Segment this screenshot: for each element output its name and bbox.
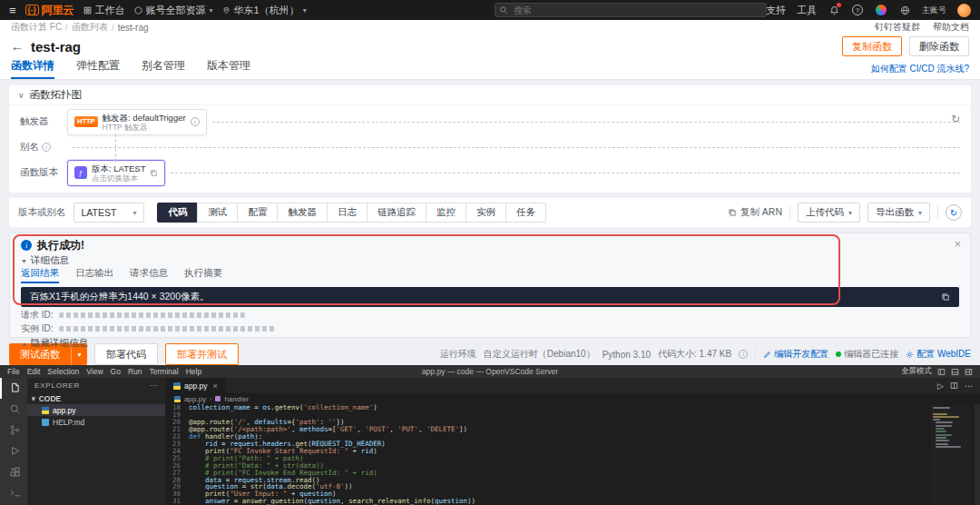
tab-版本管理[interactable]: 版本管理 xyxy=(207,58,250,79)
remote-icon[interactable] xyxy=(0,482,27,503)
scrollbar[interactable] xyxy=(975,404,980,505)
minimap[interactable] xyxy=(931,406,971,505)
menu-view[interactable]: View xyxy=(86,367,103,376)
copy-arn-button[interactable]: 复制 ARN xyxy=(728,206,782,219)
subtab-测试[interactable]: 测试 xyxy=(197,203,238,223)
tab-别名管理[interactable]: 别名管理 xyxy=(142,58,185,79)
breadcrumb-symbol[interactable]: handler xyxy=(224,395,249,403)
subtab-触发器[interactable]: 触发器 xyxy=(277,203,328,223)
caret-down-icon: ▾ xyxy=(210,6,213,15)
menu-edit[interactable]: Edit xyxy=(27,367,41,376)
tab-弹性配置[interactable]: 弹性配置 xyxy=(76,58,120,79)
menu-file[interactable]: File xyxy=(7,367,20,376)
code-area[interactable]: 18collection_name = os.getenv('collectio… xyxy=(165,404,980,505)
help-link[interactable]: 钉钉答疑群 xyxy=(875,21,920,34)
delete-function-button[interactable]: 删除函数 xyxy=(909,36,969,56)
refresh-status-icon[interactable]: ↻ xyxy=(946,204,962,221)
notification-bell-icon[interactable] xyxy=(828,4,840,16)
result-tab-执行摘要[interactable]: 执行摘要 xyxy=(184,267,222,283)
upload-code-button[interactable]: 上传代码▾ xyxy=(798,203,860,223)
python-version: Python 3.10 xyxy=(603,350,651,360)
collapse-caret-icon[interactable]: ∨ xyxy=(18,91,24,100)
search-input[interactable] xyxy=(495,3,767,17)
result-tab-请求信息[interactable]: 请求信息 xyxy=(130,267,168,283)
extensions-icon[interactable] xyxy=(0,461,27,482)
menu-terminal[interactable]: Terminal xyxy=(150,367,179,376)
tab-函数详情[interactable]: 函数详情 xyxy=(11,58,54,79)
split-editor-icon[interactable] xyxy=(950,381,958,390)
menu-go[interactable]: Go xyxy=(111,367,121,376)
result-tab-返回结果[interactable]: 返回结果 xyxy=(21,267,59,283)
edit-dev-config-link[interactable]: 编辑开发配置 xyxy=(763,348,828,361)
trigger-node[interactable]: HTTP 触发器: defaultTrigger HTTP 触发器 i xyxy=(67,109,207,135)
language-icon[interactable] xyxy=(898,4,911,16)
back-arrow-icon[interactable]: ← xyxy=(11,40,24,53)
hamburger-menu-icon[interactable]: ≡ xyxy=(9,4,16,17)
subtab-代码[interactable]: 代码 xyxy=(157,203,198,223)
breadcrumb-item[interactable]: 函数计算 FC xyxy=(11,21,62,34)
export-function-button[interactable]: 导出函数▾ xyxy=(867,203,930,223)
help-links: 钉钉答疑群帮助文档 xyxy=(875,21,969,34)
search-icon[interactable] xyxy=(0,399,27,420)
copy-icon[interactable] xyxy=(150,169,158,177)
help-link[interactable]: 帮助文档 xyxy=(933,21,969,34)
tab-app-py[interactable]: app.py × xyxy=(165,378,226,393)
python-file-icon xyxy=(42,407,49,414)
file-HELP.md[interactable]: HELP.md xyxy=(27,416,165,428)
python-file-icon xyxy=(174,396,181,402)
layout-icon[interactable] xyxy=(965,368,973,376)
more-actions-icon[interactable]: ⋯ xyxy=(965,381,973,391)
method-symbol-icon xyxy=(215,396,220,401)
subtab-监控[interactable]: 监控 xyxy=(426,203,466,223)
resource-scope-selector[interactable]: 账号全部资源▾ xyxy=(134,4,213,17)
aliyun-logo[interactable]: (-) 阿里云 xyxy=(25,3,74,18)
editor-titlebar: app.py — code — OpenVSCode Server FileEd… xyxy=(0,365,980,378)
menu-help[interactable]: Help xyxy=(186,367,201,376)
folder-code[interactable]: ∨ CODE xyxy=(27,392,165,404)
breadcrumb-item[interactable]: 函数列表 xyxy=(72,21,108,34)
subtab-配置[interactable]: 配置 xyxy=(237,203,278,223)
configure-webide-link[interactable]: 配置 WebIDE xyxy=(906,348,971,361)
close-tab-icon[interactable]: × xyxy=(213,381,218,391)
topbar-link[interactable]: 工具 xyxy=(797,4,817,17)
chevron-right-icon: › xyxy=(210,396,211,402)
subtab-链路追踪[interactable]: 链路追踪 xyxy=(367,203,426,223)
menu-run[interactable]: Run xyxy=(128,367,142,376)
help-icon[interactable]: ? xyxy=(851,4,864,16)
file-app.py[interactable]: app.py xyxy=(27,404,165,416)
toggle-bottom-panel-icon[interactable] xyxy=(951,368,959,376)
avatar[interactable] xyxy=(957,4,971,17)
topbar-link[interactable]: 支持 xyxy=(766,4,786,17)
subtab-实例[interactable]: 实例 xyxy=(466,203,506,223)
version-select[interactable]: LATEST▾ xyxy=(74,203,145,223)
subtab-任务[interactable]: 任务 xyxy=(505,203,546,223)
fullscreen-label[interactable]: 全屏模式 xyxy=(901,366,932,377)
breadcrumb-file[interactable]: app.py xyxy=(184,395,206,403)
caret-down-icon: ▼ xyxy=(21,258,27,264)
ai-assistant-icon[interactable] xyxy=(875,4,887,16)
detail-toggle[interactable]: ▼ 详细信息 xyxy=(21,254,959,267)
runtime-info: 运行环境 自定义运行时（Debian10） Python 3.10 代码大小: … xyxy=(440,348,971,361)
info-icon[interactable]: i xyxy=(42,143,51,152)
refresh-topology-icon[interactable]: ↻ xyxy=(951,113,960,125)
info-icon[interactable]: i xyxy=(739,350,748,359)
close-icon[interactable]: × xyxy=(954,237,961,251)
source-control-icon[interactable] xyxy=(0,420,27,441)
run-debug-icon[interactable] xyxy=(0,441,27,461)
toggle-panel-icon[interactable] xyxy=(937,368,946,376)
copy-function-button[interactable]: 复制函数 xyxy=(842,36,902,56)
region-selector[interactable]: 华东1（杭州）▾ xyxy=(222,4,307,17)
explorer-icon[interactable] xyxy=(0,378,27,399)
execution-result-panel: i 执行成功! × ▼ 详细信息 返回结果日志输出请求信息执行摘要 百炼X1手机… xyxy=(9,233,971,338)
more-actions-icon[interactable]: ⋯ xyxy=(150,381,158,390)
result-tab-日志输出[interactable]: 日志输出 xyxy=(75,267,113,283)
info-icon[interactable]: i xyxy=(191,117,200,126)
copy-output-icon[interactable] xyxy=(941,292,950,302)
menu-selection[interactable]: Selection xyxy=(47,367,79,376)
subtab-日志[interactable]: 日志 xyxy=(327,203,368,223)
hide-detail-toggle[interactable]: ▲ 隐藏详细信息 xyxy=(21,337,959,350)
cicd-help-link[interactable]: 如何配置 CI/CD 流水线? xyxy=(871,63,969,75)
run-file-icon[interactable]: ▷ xyxy=(937,381,944,391)
breadcrumb-item[interactable]: test-rag xyxy=(118,23,149,33)
workbench-link[interactable]: 工作台 xyxy=(83,4,125,17)
